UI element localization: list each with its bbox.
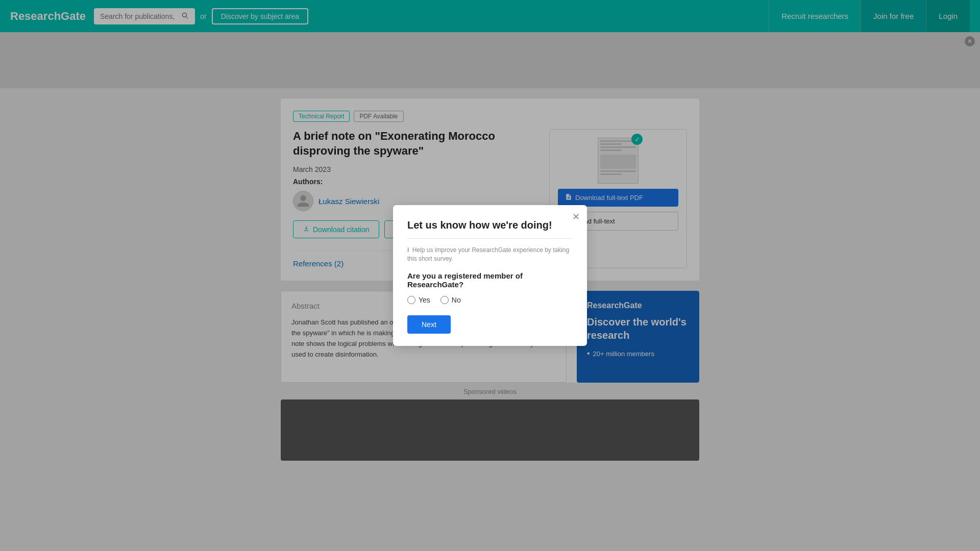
survey-yes-option[interactable]: Yes	[407, 296, 430, 304]
survey-next-button[interactable]: Next	[407, 315, 451, 334]
survey-radio-group: Yes No	[407, 296, 573, 304]
survey-no-radio[interactable]	[440, 296, 449, 304]
modal-help-text: i Help us improve your ResearchGate expe…	[407, 246, 573, 263]
modal-close-button[interactable]: ✕	[572, 211, 580, 222]
survey-modal: ✕ Let us know how we're doing! i Help us…	[393, 205, 587, 346]
survey-no-option[interactable]: No	[440, 296, 461, 304]
survey-overlay: ✕ Let us know how we're doing! i Help us…	[0, 0, 980, 551]
modal-title: Let us know how we're doing!	[407, 219, 573, 231]
modal-divider	[407, 238, 573, 239]
survey-yes-radio[interactable]	[407, 296, 415, 304]
survey-question: Are you a registered member of ResearchG…	[407, 271, 573, 289]
info-icon: i	[407, 246, 409, 254]
